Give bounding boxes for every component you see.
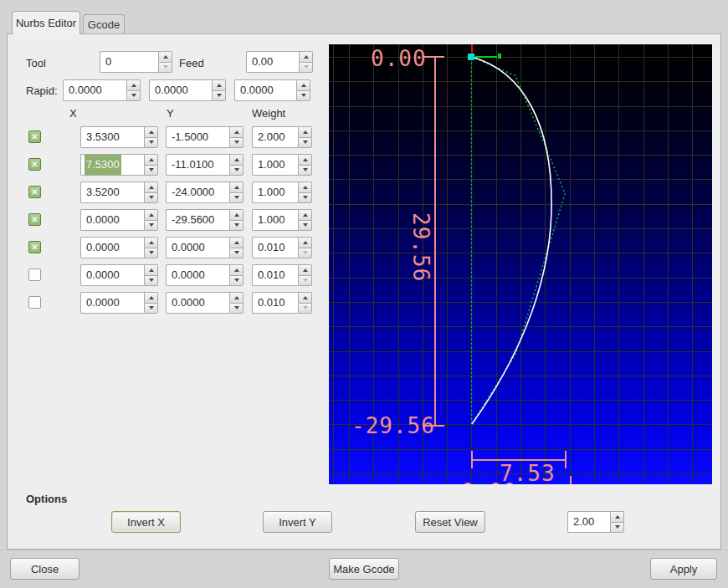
spin-down[interactable] [229, 137, 244, 149]
point-1-y-spinbox[interactable]: -1.5000 [166, 126, 244, 148]
spin-up[interactable] [144, 154, 158, 165]
spin-down[interactable] [298, 137, 312, 149]
apply-button[interactable]: Apply [650, 558, 717, 580]
spin-up[interactable] [229, 292, 244, 303]
point-1-x-value[interactable]: 3.5300 [80, 126, 144, 148]
spin-up[interactable] [144, 209, 158, 220]
point-2-enable-checkbox[interactable] [28, 158, 41, 171]
point-6-weight-value[interactable]: 0.010 [252, 264, 298, 286]
spin-down[interactable] [144, 275, 158, 287]
point-2-weight-spinbox[interactable]: 1.000 [252, 154, 312, 176]
tab-nurbs-editor[interactable]: Nurbs Editor [12, 11, 80, 34]
spin-down[interactable] [298, 192, 312, 204]
spin-down[interactable] [298, 165, 312, 176]
rapid-z-spin-down[interactable] [296, 90, 310, 102]
spin-down[interactable] [144, 303, 158, 314]
point-3-weight-spinbox[interactable]: 1.000 [252, 182, 312, 203]
tool-spin-up[interactable] [158, 51, 172, 62]
spin-down[interactable] [229, 303, 244, 314]
spin-up[interactable] [144, 182, 158, 192]
spin-up[interactable] [298, 126, 312, 137]
feed-spin-up[interactable] [299, 51, 313, 62]
point-1-enable-checkbox[interactable] [28, 130, 41, 143]
invert-x-button[interactable]: Invert X [111, 511, 181, 533]
tool-value[interactable]: 0 [100, 51, 158, 73]
point-7-weight-value[interactable]: 0.010 [252, 292, 298, 314]
point-4-x-spinbox[interactable]: 0.0000 [80, 209, 158, 231]
point-5-enable-checkbox[interactable] [28, 241, 41, 253]
rapid-z-spin-up[interactable] [296, 79, 310, 90]
spin-down[interactable] [298, 303, 312, 314]
make-gcode-button[interactable]: Make Gcode [329, 558, 399, 580]
start-point-marker[interactable] [468, 54, 474, 60]
spin-up[interactable] [298, 154, 312, 165]
spin-up[interactable] [229, 237, 244, 248]
point-4-x-value[interactable]: 0.0000 [80, 209, 144, 231]
feed-value[interactable]: 0.00 [246, 51, 299, 73]
rapid-x-spinbox[interactable]: 0.0000 [63, 79, 141, 101]
point-7-enable-checkbox[interactable] [28, 296, 41, 309]
point-3-y-spinbox[interactable]: -24.0000 [166, 182, 244, 203]
spin-up[interactable] [144, 237, 158, 248]
spin-down[interactable] [229, 220, 244, 232]
point-4-y-value[interactable]: -29.5600 [166, 209, 229, 231]
tool-spinbox[interactable]: 0 [100, 51, 172, 73]
point-3-x-value[interactable]: 3.5200 [80, 182, 144, 203]
feed-spinbox[interactable]: 0.00 [246, 51, 313, 73]
point-4-y-spinbox[interactable]: -29.5600 [166, 209, 244, 231]
rapid-x-spin-up[interactable] [126, 79, 141, 90]
point-2-x-value[interactable]: 7.5300 [85, 155, 121, 175]
point-3-enable-checkbox[interactable] [28, 186, 41, 198]
point-1-weight-value[interactable]: 2.000 [252, 126, 298, 148]
point-5-y-spinbox[interactable]: 0.0000 [166, 237, 244, 258]
point-5-weight-value[interactable]: 0.010 [252, 237, 298, 258]
spin-down[interactable] [144, 248, 158, 259]
spin-up[interactable] [144, 126, 158, 137]
point-7-weight-spinbox[interactable]: 0.010 [252, 292, 312, 314]
point-2-y-value[interactable]: -11.0100 [166, 154, 229, 176]
point-5-x-spinbox[interactable]: 0.0000 [80, 237, 158, 258]
spin-down[interactable] [144, 137, 158, 149]
point-4-weight-value[interactable]: 1.000 [252, 209, 298, 231]
point-6-y-spinbox[interactable]: 0.0000 [166, 264, 244, 286]
spin-down[interactable] [144, 165, 158, 176]
rapid-z-spinbox[interactable]: 0.0000 [234, 79, 310, 101]
spin-up[interactable] [144, 264, 158, 275]
spin-up[interactable] [298, 209, 312, 220]
close-button[interactable]: Close [10, 558, 79, 580]
point-1-weight-spinbox[interactable]: 2.000 [252, 126, 312, 148]
rapid-x-spin-down[interactable] [126, 90, 141, 102]
rapid-y-spinbox[interactable]: 0.0000 [149, 79, 226, 101]
spin-up[interactable] [144, 292, 158, 303]
point-3-y-value[interactable]: -24.0000 [166, 182, 229, 203]
point-4-weight-spinbox[interactable]: 1.000 [252, 209, 312, 231]
spin-down[interactable] [144, 192, 158, 204]
point-7-x-spinbox[interactable]: 0.0000 [80, 292, 158, 314]
zoom-spin-up[interactable] [610, 511, 624, 522]
spin-up[interactable] [229, 126, 244, 137]
curve-preview-canvas[interactable]: 0.00 29.56 -29.56 7.53 0.00 [328, 43, 713, 485]
spin-up[interactable] [298, 264, 312, 275]
spin-up[interactable] [298, 292, 312, 303]
point-5-y-value[interactable]: 0.0000 [166, 237, 229, 258]
spin-up[interactable] [229, 209, 244, 220]
spin-up[interactable] [229, 182, 244, 192]
point-1-y-value[interactable]: -1.5000 [166, 126, 229, 148]
reset-view-button[interactable]: Reset View [415, 511, 485, 533]
tool-spin-down[interactable] [158, 62, 172, 74]
spin-down[interactable] [298, 275, 312, 287]
point-6-x-value[interactable]: 0.0000 [80, 264, 144, 286]
zoom-spin-down[interactable] [610, 522, 624, 534]
point-3-weight-value[interactable]: 1.000 [252, 182, 298, 203]
invert-y-button[interactable]: Invert Y [263, 511, 332, 533]
spin-down[interactable] [229, 275, 244, 287]
point-2-x-spinbox[interactable]: 7.5300 [80, 154, 158, 176]
spin-down[interactable] [229, 192, 244, 204]
zoom-spinbox[interactable]: 2.00 [567, 511, 624, 533]
point-1-x-spinbox[interactable]: 3.5300 [80, 126, 158, 148]
point-7-y-value[interactable]: 0.0000 [166, 292, 229, 314]
rapid-y-spin-down[interactable] [212, 90, 226, 102]
spin-up[interactable] [229, 264, 244, 275]
zoom-value[interactable]: 2.00 [567, 511, 610, 533]
rapid-z-value[interactable]: 0.0000 [234, 79, 296, 101]
